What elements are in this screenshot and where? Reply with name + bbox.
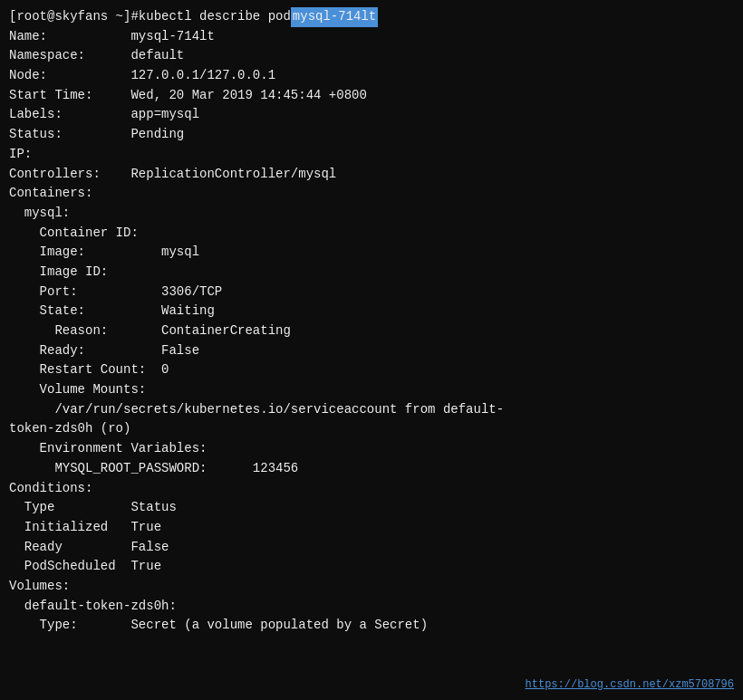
terminal-window: [root@skyfans ~]# kubectl describe pod m… bbox=[0, 0, 743, 700]
output-line-5: Status: Pending bbox=[9, 125, 734, 145]
output-line-6: IP: bbox=[9, 145, 734, 165]
output-line-14: State: Waiting bbox=[9, 302, 734, 321]
output-line-29: default-token-zds0h: bbox=[9, 597, 734, 617]
output-line-19: /var/run/secrets/kubernetes.io/serviceac… bbox=[9, 400, 734, 420]
output-line-28: Volumes: bbox=[9, 577, 734, 597]
output-line-20: token-zds0h (ro) bbox=[9, 419, 734, 439]
output-line-0: Name: mysql-714lt bbox=[9, 27, 734, 47]
output-line-17: Restart Count: 0 bbox=[9, 360, 734, 380]
output-line-4: Labels: app=mysql bbox=[9, 105, 734, 125]
output-line-10: Container ID: bbox=[9, 224, 734, 244]
output-line-13: Port: 3306/TCP bbox=[9, 283, 734, 302]
output-line-27: PodScheduled True bbox=[9, 557, 734, 577]
output-line-21: Environment Variables: bbox=[9, 439, 734, 459]
output-line-8: Containers: bbox=[9, 184, 734, 204]
output-line-23: Conditions: bbox=[9, 479, 734, 499]
prompt-line: [root@skyfans ~]# kubectl describe pod m… bbox=[9, 7, 734, 27]
watermark: https://blog.csdn.net/xzm5708796 bbox=[526, 678, 734, 691]
output-line-18: Volume Mounts: bbox=[9, 380, 734, 400]
output-line-12: Image ID: bbox=[9, 263, 734, 283]
output-line-2: Node: 127.0.0.1/127.0.0.1 bbox=[9, 66, 734, 86]
output-line-9: mysql: bbox=[9, 204, 734, 224]
output-line-3: Start Time: Wed, 20 Mar 2019 14:45:44 +0… bbox=[9, 86, 734, 106]
output-line-7: Controllers: ReplicationController/mysql bbox=[9, 165, 734, 185]
prompt-text: [root@skyfans ~]# bbox=[9, 7, 139, 27]
output-line-16: Ready: False bbox=[9, 341, 734, 361]
output-line-25: Initialized True bbox=[9, 518, 734, 538]
output-line-15: Reason: ContainerCreating bbox=[9, 321, 734, 341]
output-line-22: MYSQL_ROOT_PASSWORD: 123456 bbox=[9, 459, 734, 479]
output-line-1: Namespace: default bbox=[9, 46, 734, 66]
command-arg: mysql-714lt bbox=[291, 7, 378, 27]
output-line-11: Image: mysql bbox=[9, 243, 734, 263]
output-line-26: Ready False bbox=[9, 538, 734, 558]
output-line-24: Type Status bbox=[9, 498, 734, 518]
output-line-30: Type: Secret (a volume populated by a Se… bbox=[9, 616, 734, 636]
command-text: kubectl describe pod bbox=[139, 7, 291, 27]
